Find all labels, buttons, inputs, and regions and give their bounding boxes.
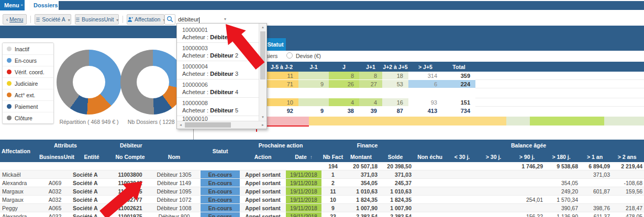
chevron-down-icon: ▾ [68, 18, 70, 22]
day-bucket-row[interactable]: 7192627 536224 [265, 80, 644, 88]
legend-item[interactable]: Act° ext. [3, 89, 53, 100]
col-plus-180j[interactable]: > 180 j. [545, 151, 580, 162]
autocomplete-list: 10000001 Acheteur : Débiteur 1 10000003 … [177, 25, 259, 116]
day-bucket-row[interactable]: 1044 1693151 [265, 98, 644, 107]
sort-asc-icon[interactable]: ↑ [310, 154, 313, 160]
legend-item[interactable]: En-cours [3, 54, 53, 66]
col-plus-2ans[interactable]: > 2 ans [612, 151, 644, 162]
status-dot-icon [7, 58, 12, 63]
col-businessunit[interactable]: BusinessUnit [39, 151, 71, 162]
col-j5-j2[interactable]: J-5 à J-2 [265, 62, 298, 72]
day-bucket-row[interactable] [265, 88, 644, 98]
col-j[interactable]: J [329, 62, 359, 72]
affectation-dropdown-button[interactable]: Affectation▾ [127, 14, 164, 25]
radio-devise[interactable] [286, 52, 293, 59]
col-after-jp5[interactable]: > J+5 [408, 62, 442, 72]
tab-menu-label: Menu [4, 2, 19, 8]
scrollbar-thumb[interactable] [260, 31, 265, 79]
col-moins-30j[interactable]: < 30 j. [448, 151, 478, 162]
autocomplete-item[interactable]: 10000003 Acheteur : Débiteur 2 [177, 43, 259, 61]
dossiers-table: Affectation Attributs Débiteur Statut Pr… [0, 140, 644, 217]
debtor-name: Acheteur : Débiteur 4 [182, 88, 259, 96]
col-jp1[interactable]: J+1 [359, 62, 382, 72]
scroll-down-icon[interactable]: ▼ [261, 116, 264, 119]
col-total[interactable]: Total [442, 62, 475, 72]
legend-item[interactable]: Vérif. coord. [3, 66, 53, 77]
legend-item[interactable]: Clôture [3, 112, 53, 123]
app-window: Menu × Dossiers × ‹ Menu ☰Société A▾ ☰Bu… [0, 0, 644, 217]
col-plus-90j[interactable]: > 90 j. [511, 151, 545, 162]
col-nom[interactable]: Nom [148, 151, 201, 162]
top-navy-strip [59, 1, 644, 10]
col-j1[interactable]: J-1 [298, 62, 329, 72]
col-montant[interactable]: Montant [345, 151, 379, 162]
autocomplete-item[interactable]: 10000001 Acheteur : Débiteur 1 [177, 25, 259, 43]
back-menu-button[interactable]: ‹ Menu [3, 14, 27, 25]
tab-dossiers[interactable]: Dossiers × [29, 0, 59, 10]
col-non-echu[interactable]: Non échu [413, 151, 448, 162]
dossier-row[interactable]: Mickaël Société A 11003800 Débiteur 1305… [0, 170, 644, 179]
scroll-up-icon[interactable]: ▲ [261, 26, 264, 29]
tab-menu[interactable]: Menu × [0, 0, 25, 10]
group-balance-agee: Balance âgée [413, 140, 644, 151]
col-action[interactable]: Action [240, 151, 286, 162]
legend-item[interactable]: Inactif [3, 43, 53, 54]
col-no-compte[interactable]: No Compte [113, 151, 148, 162]
col-solde[interactable]: Solde [379, 151, 413, 162]
vertical-scrollbar[interactable]: ▲ ▼ [259, 24, 267, 121]
dossier-row[interactable]: Peggy A065 Société A 11002621 Débiteur 1… [0, 204, 644, 212]
autocomplete-item[interactable]: 10000004 Acheteur : Débiteur 3 [177, 61, 259, 79]
toolbar-divider [30, 16, 31, 23]
col-jp2-jp5[interactable]: J+2 à J+5 [382, 62, 408, 72]
donut-hole [137, 66, 169, 98]
group-debiteur: Débiteur [113, 140, 201, 151]
legend-item-label: Clôture [15, 115, 32, 121]
day-bucket-total-row: 92938 3987413 734 [265, 107, 644, 116]
businessunit-dropdown-button[interactable]: ☰BusinessUnit▾ [75, 14, 119, 25]
table-subheader-row: BusinessUnit Entité No Compte Nom Action… [0, 151, 644, 162]
horizontal-scrollbar[interactable]: ◄ ► [177, 121, 267, 129]
societe-dropdown-button[interactable]: ☰Société A▾ [35, 14, 71, 25]
legend-item-label: Act° ext. [15, 92, 35, 98]
legend-item[interactable]: Judiciaire [3, 77, 53, 89]
toolbar-divider [123, 16, 123, 23]
debtor-name: Acheteur : Débiteur 1 [182, 33, 259, 41]
tab-statut[interactable]: Statut [265, 38, 286, 51]
status-tabbar: Statut [265, 38, 644, 51]
summary-p1an: 6 894,09 [580, 162, 612, 170]
col-nb-fact[interactable]: Nb Fact [321, 151, 345, 162]
tab-dossiers-label: Dossiers [34, 2, 58, 8]
summary-solde: 20 398,50 [379, 162, 413, 170]
back-menu-label: Menu [9, 16, 23, 22]
scroll-left-icon[interactable]: ◄ [179, 123, 182, 127]
debtor-name: Acheteur : Débiteur 2 [182, 52, 259, 60]
combobox-chevron-down-icon[interactable]: ▾ [224, 17, 226, 21]
autocomplete-item[interactable]: 10000006 Acheteur : Débiteur 4 [177, 79, 259, 98]
radio-devise-label[interactable]: Devise (€) [296, 53, 321, 59]
col-date[interactable]: Date↑ [286, 151, 321, 162]
col-entite[interactable]: Entité [71, 151, 113, 162]
col-statut[interactable]: Statut [201, 140, 240, 162]
dossiers-table-body: Mickaël Société A 11003800 Débiteur 1305… [0, 170, 644, 217]
day-bucket-row[interactable]: 1188 18314359 [265, 72, 644, 80]
dossier-row[interactable]: Margaux A032 Société A 11002895 Débiteur… [0, 187, 644, 196]
close-icon[interactable]: × [55, 0, 58, 10]
summary-nb-fact: 194 [321, 162, 345, 170]
col-filler [475, 62, 644, 72]
status-legend: Inactif En-cours Vérif. coord. Judiciair… [2, 42, 54, 124]
dossier-row[interactable]: Alexandra A032 Société A 11001975 Débite… [0, 212, 644, 217]
dossier-row[interactable]: Margaux A032 Société A 11002777 Débiteur… [0, 196, 644, 204]
search-button[interactable] [164, 14, 175, 25]
close-icon[interactable]: × [20, 0, 23, 10]
legend-item[interactable]: Paiement [3, 100, 53, 112]
status-dot-icon [7, 81, 12, 86]
search-autocomplete-dropdown: 10000001 Acheteur : Débiteur 1 10000003 … [176, 23, 267, 129]
col-plus-30j[interactable]: > 30 j. [478, 151, 511, 162]
col-plus-1an[interactable]: > 1 an [580, 151, 612, 162]
scroll-right-icon[interactable]: ► [261, 123, 264, 127]
dossier-row[interactable]: Alexandra A069 Société A 11003042 Débite… [0, 179, 644, 187]
table-group-header-row: Affectation Attributs Débiteur Statut Pr… [0, 140, 644, 151]
scrollbar-thumb[interactable] [185, 122, 231, 128]
col-affectation[interactable]: Affectation [0, 140, 39, 162]
chevron-down-icon: ▾ [116, 18, 118, 22]
